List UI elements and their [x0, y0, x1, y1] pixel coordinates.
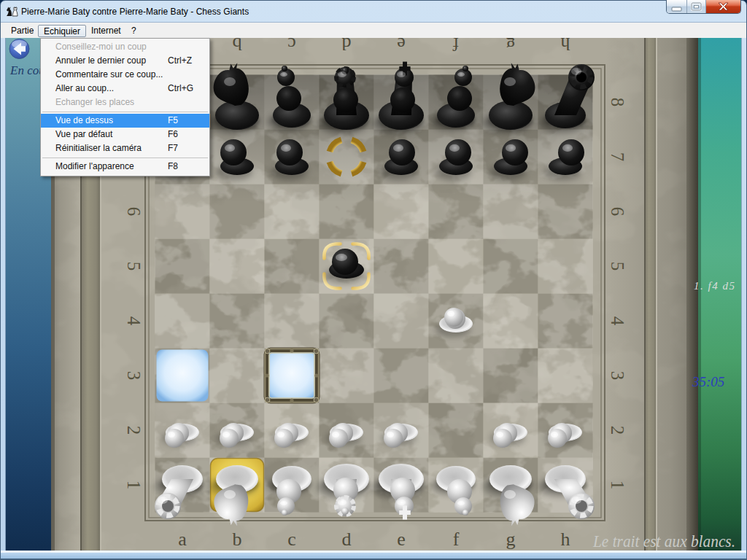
- svg-text:g: g: [506, 38, 516, 55]
- svg-text:d: d: [342, 529, 352, 550]
- svg-text:8: 8: [608, 98, 627, 107]
- svg-text:1. f4 d5: 1. f4 d5: [694, 280, 735, 292]
- svg-text:e: e: [397, 38, 406, 55]
- svg-text:6: 6: [124, 207, 144, 217]
- svg-text:1: 1: [608, 481, 627, 490]
- svg-text:3: 3: [608, 371, 627, 381]
- svg-text:a: a: [178, 529, 187, 550]
- svg-text:Le trait est aux blancs.: Le trait est aux blancs.: [592, 532, 735, 551]
- svg-text:4: 4: [608, 316, 627, 326]
- svg-text:3: 3: [124, 371, 144, 381]
- svg-text:1: 1: [124, 481, 144, 490]
- svg-text:h: h: [561, 38, 570, 55]
- svg-text:2: 2: [124, 426, 144, 435]
- svg-text:6: 6: [608, 207, 627, 217]
- svg-text:h: h: [561, 529, 570, 550]
- svg-text:c: c: [287, 529, 296, 550]
- svg-text:f: f: [452, 38, 459, 55]
- svg-text:d: d: [342, 38, 352, 55]
- svg-text:7: 7: [608, 152, 627, 162]
- svg-text:e: e: [397, 529, 406, 550]
- svg-text:b: b: [233, 38, 242, 55]
- svg-text:5: 5: [608, 262, 627, 271]
- svg-text:4: 4: [124, 316, 144, 326]
- svg-text:b: b: [233, 529, 242, 550]
- svg-text:5: 5: [124, 262, 144, 271]
- svg-text:c: c: [287, 38, 296, 55]
- svg-text:g: g: [506, 529, 516, 550]
- svg-text:2: 2: [608, 426, 627, 435]
- svg-text:35:05: 35:05: [692, 374, 724, 389]
- svg-text:f: f: [453, 529, 460, 550]
